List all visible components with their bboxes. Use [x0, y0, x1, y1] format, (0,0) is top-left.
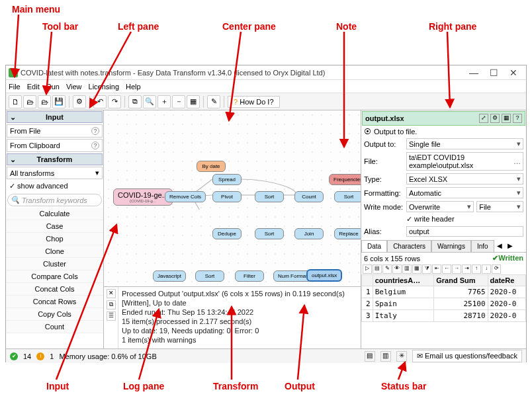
- zoom-out-icon[interactable]: －: [172, 95, 185, 108]
- tool-icon[interactable]: →: [452, 265, 461, 274]
- transform-node-count[interactable]: Count: [294, 191, 324, 202]
- alias-input[interactable]: output: [406, 226, 523, 237]
- help-icon[interactable]: ?: [513, 114, 522, 123]
- menu-view[interactable]: View: [66, 83, 82, 91]
- transform-node-sort[interactable]: Sort: [255, 228, 284, 239]
- list-item[interactable]: Chop: [6, 233, 103, 245]
- tool-icon[interactable]: ▤: [373, 265, 382, 274]
- menu-edit[interactable]: Edit: [27, 83, 40, 91]
- data-table[interactable]: countriesA…Grand SumdateRe 1Belgium77652…: [361, 274, 526, 322]
- help-icon[interactable]: ?: [91, 127, 99, 135]
- tab-warnings[interactable]: Warnings: [431, 240, 471, 252]
- from-file-button[interactable]: From File?: [7, 124, 103, 138]
- tool-icon[interactable]: ⇥: [462, 265, 471, 274]
- transform-section-header[interactable]: ⌄Transform: [7, 153, 103, 165]
- tool-icon[interactable]: ▥: [402, 265, 412, 274]
- log-toggle-icon[interactable]: ☰: [107, 311, 116, 321]
- output-node[interactable]: output.xlsx: [306, 269, 342, 282]
- log-clear-icon[interactable]: ✕: [107, 289, 116, 298]
- menu-run[interactable]: Run: [46, 83, 60, 91]
- grid-icon[interactable]: ▦: [187, 95, 200, 108]
- transform-node-spread[interactable]: Spread: [212, 174, 242, 185]
- undo-icon[interactable]: ↶: [93, 95, 107, 108]
- list-item[interactable]: Compare Cols: [6, 270, 103, 283]
- note-node-bydate[interactable]: By date: [197, 161, 226, 172]
- output-to-select[interactable]: Single file▾: [406, 138, 523, 149]
- transform-list[interactable]: Calculate Case Chop Clone Cluster Compar…: [6, 208, 103, 348]
- tool-icon[interactable]: ⧩: [422, 265, 431, 274]
- tab-characters[interactable]: Characters: [387, 240, 431, 252]
- maximize-button[interactable]: ☐: [484, 67, 504, 78]
- zoom-in-icon[interactable]: ＋: [157, 95, 171, 108]
- redo-icon[interactable]: ↷: [108, 95, 121, 108]
- list-item[interactable]: Concat Rows: [6, 296, 103, 308]
- transform-node-dedupe[interactable]: Dedupe: [212, 228, 242, 239]
- transform-node-filter[interactable]: Filter: [235, 270, 264, 282]
- pane-icon[interactable]: ▦: [502, 114, 511, 123]
- transform-node-sort[interactable]: Sort: [195, 270, 224, 282]
- log-copy-icon[interactable]: ⧉: [107, 300, 116, 309]
- transform-node-removecols[interactable]: Remove Cols: [165, 191, 206, 202]
- transform-node-pivot[interactable]: Pivot: [212, 191, 242, 202]
- tool-icon[interactable]: ⟳: [492, 265, 501, 274]
- tool-icon[interactable]: ⇤: [432, 265, 441, 274]
- type-select[interactable]: Excel XLSX▾: [406, 173, 523, 184]
- menu-help[interactable]: Help: [126, 83, 141, 91]
- run-icon[interactable]: ⚙: [73, 95, 86, 108]
- tool-icon[interactable]: ↓: [482, 265, 491, 274]
- how-do-i-button[interactable]: ? How Do I?: [228, 96, 280, 108]
- tool-icon[interactable]: ↑: [472, 265, 481, 274]
- write-header-checkbox[interactable]: ✓ write header: [406, 215, 455, 224]
- save-icon[interactable]: 💾: [52, 95, 66, 108]
- input-section-header[interactable]: ⌄Input: [7, 111, 103, 123]
- tool-icon[interactable]: ←: [442, 265, 451, 274]
- file-field[interactable]: ta\EDT COVID19 example\output.xlsx…: [406, 152, 523, 171]
- help-icon[interactable]: ?: [91, 142, 99, 149]
- copy-icon[interactable]: ⧉: [128, 95, 142, 108]
- note-icon[interactable]: ✎: [207, 95, 220, 108]
- transform-node-sort[interactable]: Sort: [255, 191, 284, 202]
- pane-icon[interactable]: ⚙: [490, 114, 500, 123]
- transform-node-javascript[interactable]: Javascript: [153, 270, 186, 282]
- tool-icon[interactable]: ▷: [363, 265, 372, 274]
- list-item[interactable]: Copy Cols: [6, 308, 103, 321]
- list-item[interactable]: Case: [6, 220, 103, 233]
- note-node-frequencies[interactable]: Frequencies: [329, 174, 361, 185]
- zoom-fit-icon[interactable]: 🔍: [143, 95, 156, 108]
- transform-node-replace[interactable]: Replace: [334, 228, 361, 239]
- tab-data[interactable]: Data: [361, 240, 387, 252]
- from-clipboard-button[interactable]: From Clipboard?: [7, 139, 103, 152]
- center-canvas[interactable]: By date COVID-19-ge...(COVID-19-g... Rem…: [104, 110, 361, 286]
- pane-icon[interactable]: ⤢: [479, 114, 488, 123]
- tool-icon[interactable]: ▦: [412, 265, 421, 274]
- list-item[interactable]: Calculate: [6, 208, 103, 220]
- tab-nav-right[interactable]: ▶: [505, 240, 515, 252]
- writemode-select[interactable]: Overwrite▾: [406, 201, 474, 212]
- list-item[interactable]: Concat Cols: [6, 283, 103, 296]
- new-icon[interactable]: 🗋: [9, 95, 22, 108]
- minimize-button[interactable]: —: [464, 67, 484, 78]
- writemode-target-select[interactable]: File▾: [476, 201, 523, 212]
- open2-icon[interactable]: 🗁: [38, 95, 51, 108]
- list-item[interactable]: Cluster: [6, 258, 103, 270]
- tool-icon[interactable]: ✎: [382, 265, 392, 274]
- status-icon[interactable]: ✳: [396, 351, 407, 362]
- input-node[interactable]: COVID-19-ge...(COVID-19-g...: [113, 188, 173, 206]
- list-item[interactable]: Clone: [6, 245, 103, 258]
- transform-search-input[interactable]: 🔍Transform keywords: [7, 194, 102, 206]
- tool-icon[interactable]: 👁: [392, 265, 402, 274]
- transform-node-sort[interactable]: Sort: [334, 191, 361, 202]
- email-feedback-button[interactable]: ✉ Email us questions/feedback: [412, 350, 522, 362]
- formatting-select[interactable]: Automatic▾: [406, 187, 523, 198]
- show-advanced-checkbox[interactable]: ✓ show advanced: [7, 181, 103, 192]
- menu-file[interactable]: File: [9, 83, 21, 91]
- all-transforms-select[interactable]: All transforms▾: [7, 167, 103, 179]
- tab-info[interactable]: Info: [471, 240, 494, 252]
- tab-nav-left[interactable]: ◀: [494, 240, 505, 252]
- status-icon[interactable]: ▤: [365, 351, 375, 362]
- menu-licensing[interactable]: Licensing: [89, 83, 119, 91]
- close-button[interactable]: ✕: [504, 67, 523, 78]
- transform-node-join[interactable]: Join: [294, 228, 324, 239]
- status-icon[interactable]: ▥: [380, 351, 391, 362]
- list-item[interactable]: Count: [6, 321, 103, 333]
